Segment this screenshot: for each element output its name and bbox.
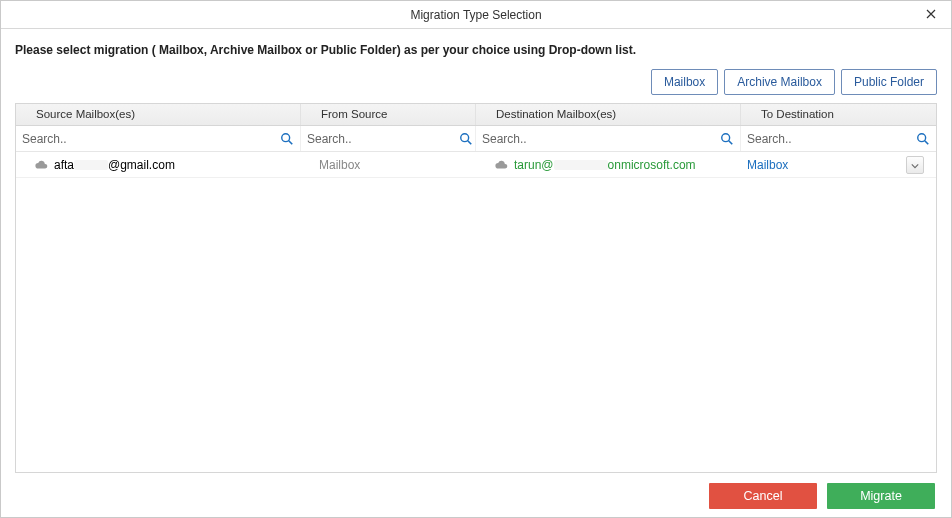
close-button[interactable] xyxy=(911,1,951,29)
grid-search-row xyxy=(16,126,936,152)
search-icon[interactable] xyxy=(718,130,736,148)
svg-point-0 xyxy=(282,133,290,141)
archive-mailbox-type-button[interactable]: Archive Mailbox xyxy=(724,69,835,95)
dest-mail-suffix: onmicrosoft.com xyxy=(608,158,696,172)
redacted-region xyxy=(74,160,108,170)
svg-line-1 xyxy=(289,140,293,144)
to-destination-value[interactable]: Mailbox xyxy=(747,158,788,172)
window-title: Migration Type Selection xyxy=(410,8,541,22)
footer: Cancel Migrate xyxy=(1,473,951,518)
col-header-source[interactable]: Source Mailbox(es) xyxy=(16,104,301,125)
svg-line-7 xyxy=(925,140,929,144)
public-folder-type-button[interactable]: Public Folder xyxy=(841,69,937,95)
redacted-region xyxy=(554,160,608,170)
instruction-text: Please select migration ( Mailbox, Archi… xyxy=(15,43,937,57)
col-header-dest[interactable]: Destination Mailbox(es) xyxy=(476,104,741,125)
search-icon[interactable] xyxy=(459,130,473,148)
grid-body: afta@gmail.com Mailbox tarun@onmicrosoft… xyxy=(16,152,936,472)
migrate-button[interactable]: Migrate xyxy=(827,483,935,509)
cancel-button[interactable]: Cancel xyxy=(709,483,817,509)
to-destination-dropdown[interactable] xyxy=(906,156,924,174)
cloud-icon xyxy=(494,160,508,170)
source-mail-suffix: @gmail.com xyxy=(108,158,175,172)
title-bar: Migration Type Selection xyxy=(1,1,951,29)
source-mailbox-cell: afta@gmail.com xyxy=(16,158,301,172)
dest-mailbox-cell: tarun@onmicrosoft.com xyxy=(476,158,741,172)
cloud-icon xyxy=(34,160,48,170)
svg-point-2 xyxy=(461,133,469,141)
type-button-row: Mailbox Archive Mailbox Public Folder xyxy=(15,69,937,95)
migration-grid: Source Mailbox(es) From Source Destinati… xyxy=(15,103,937,473)
table-row[interactable]: afta@gmail.com Mailbox tarun@onmicrosoft… xyxy=(16,152,936,178)
to-destination-cell: Mailbox xyxy=(741,156,936,174)
svg-line-5 xyxy=(729,140,733,144)
close-icon xyxy=(926,8,936,22)
search-source-input[interactable] xyxy=(20,128,278,150)
col-header-to[interactable]: To Destination xyxy=(741,104,936,125)
search-icon[interactable] xyxy=(278,130,296,148)
svg-line-3 xyxy=(468,140,472,144)
svg-point-6 xyxy=(918,133,926,141)
search-dest-input[interactable] xyxy=(480,128,718,150)
mailbox-type-button[interactable]: Mailbox xyxy=(651,69,718,95)
from-source-cell: Mailbox xyxy=(301,158,476,172)
svg-point-4 xyxy=(722,133,730,141)
chevron-down-icon xyxy=(911,158,919,172)
source-mail-prefix: afta xyxy=(54,158,74,172)
search-from-input[interactable] xyxy=(305,128,459,150)
dest-mail-prefix: tarun@ xyxy=(514,158,554,172)
grid-header: Source Mailbox(es) From Source Destinati… xyxy=(16,104,936,126)
col-header-from[interactable]: From Source xyxy=(301,104,476,125)
search-icon[interactable] xyxy=(914,130,932,148)
search-to-input[interactable] xyxy=(745,128,914,150)
